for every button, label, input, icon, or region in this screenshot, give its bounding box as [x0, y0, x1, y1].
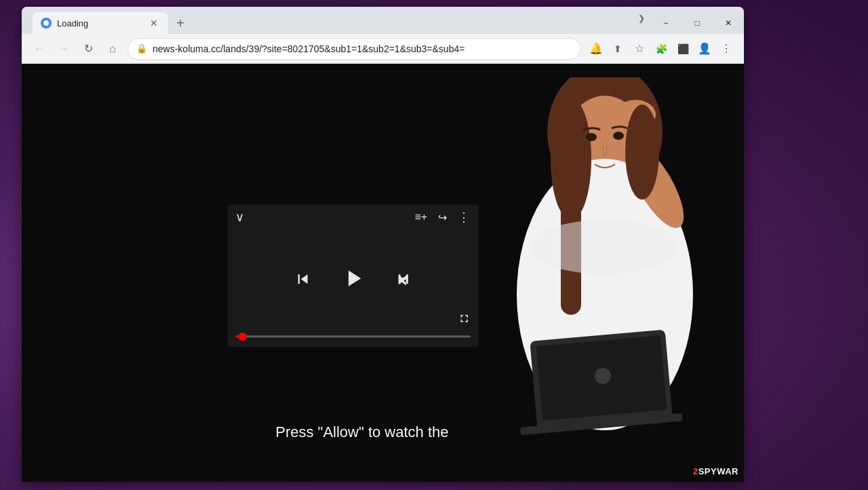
star-icon: ☆	[635, 42, 644, 55]
menu-button[interactable]: ⋮	[717, 39, 736, 58]
close-button[interactable]: ✕	[713, 12, 744, 34]
share-button[interactable]: ↪	[438, 211, 447, 224]
fullscreen-button[interactable]	[458, 312, 470, 328]
tab-close-button[interactable]: ✕	[148, 17, 160, 29]
svg-point-13	[530, 220, 679, 274]
tab-strip: Loading ✕ +	[27, 7, 638, 34]
sidebar-button[interactable]: ⬛	[673, 39, 692, 58]
active-tab[interactable]: Loading ✕	[33, 12, 168, 34]
new-tab-button[interactable]: +	[171, 14, 190, 33]
home-button[interactable]: ⌂	[103, 39, 122, 58]
extensions-button[interactable]: 🧩	[652, 39, 671, 58]
player-bottom	[227, 333, 478, 347]
next-button[interactable]	[393, 269, 412, 293]
page-content: ∨ ≡+ ↪ ⋮	[22, 64, 744, 482]
bookmark-button[interactable]: ☆	[630, 39, 649, 58]
watermark: 2SPYWAR	[693, 466, 738, 476]
favicon-inner	[43, 20, 49, 26]
profile-button[interactable]: 👤	[695, 39, 714, 58]
more-icon: ⋮	[721, 42, 732, 55]
svg-point-15	[613, 132, 624, 140]
minimize-button[interactable]: −	[650, 12, 682, 34]
address-bar[interactable]: 🔒 news-koluma.cc/lands/39/?site=8021705&…	[127, 38, 581, 60]
toolbar-icons: 🔔 ⬆ ☆ 🧩 ⬛ 👤 ⋮	[587, 39, 736, 58]
tab-list-arrow[interactable]: ❯	[638, 7, 650, 29]
lock-icon: 🔒	[136, 43, 147, 54]
player-center-controls	[227, 230, 478, 333]
title-bar: Loading ✕ + ❯ − □ ✕	[22, 7, 744, 34]
tab-favicon	[41, 18, 52, 29]
tab-title: Loading	[57, 18, 142, 29]
reload-button[interactable]: ↻	[79, 39, 98, 58]
woman-figure	[479, 77, 717, 482]
watermark-prefix: 2	[693, 466, 698, 476]
watermark-suffix: SPYWAR	[698, 466, 738, 476]
share-button[interactable]: ⬆	[608, 39, 627, 58]
progress-bar[interactable]	[235, 335, 470, 337]
previous-button[interactable]	[293, 269, 312, 293]
caption-text: Press "Allow" to watch the	[275, 423, 448, 441]
restore-button[interactable]: □	[682, 12, 713, 34]
player-top-actions: ≡+ ↪ ⋮	[414, 210, 470, 225]
player-collapse-button[interactable]: ∨	[235, 210, 244, 225]
notifications-button[interactable]: 🔔	[587, 39, 606, 58]
player-top-bar: ∨ ≡+ ↪ ⋮	[227, 204, 478, 230]
woman-svg	[479, 77, 717, 482]
forward-button[interactable]: →	[54, 39, 73, 58]
svg-point-7	[625, 105, 659, 200]
profile-icon: 👤	[698, 42, 711, 55]
back-button[interactable]: ←	[30, 39, 49, 58]
more-options-button[interactable]: ⋮	[458, 210, 470, 225]
play-button[interactable]	[339, 265, 366, 298]
sidebar-icon: ⬛	[677, 43, 689, 54]
video-player: ∨ ≡+ ↪ ⋮	[227, 204, 478, 347]
add-to-queue-button[interactable]: ≡+	[414, 211, 427, 223]
browser-window: Loading ✕ + ❯ − □ ✕ ← → ↻ ⌂ 🔒 news-kolum…	[22, 7, 744, 482]
toolbar: ← → ↻ ⌂ 🔒 news-koluma.cc/lands/39/?site=…	[22, 34, 744, 64]
svg-point-14	[586, 133, 597, 141]
progress-dot	[238, 333, 246, 341]
share-icon: ⬆	[614, 43, 622, 54]
bell-icon: 🔔	[589, 42, 603, 55]
puzzle-icon: 🧩	[656, 43, 667, 54]
url-text: news-koluma.cc/lands/39/?site=8021705&su…	[153, 43, 572, 54]
